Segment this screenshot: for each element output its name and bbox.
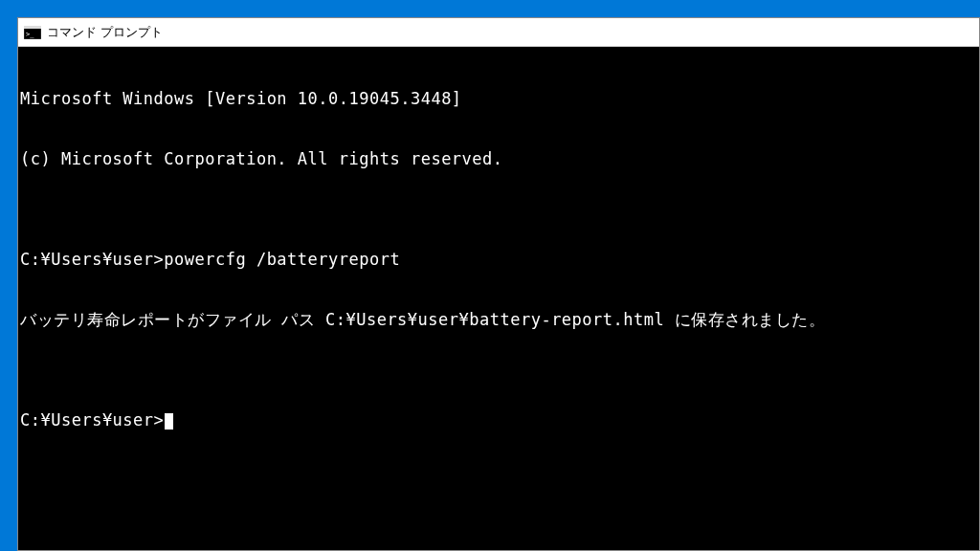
cursor bbox=[165, 413, 173, 430]
terminal-prompt: C:¥Users¥user> bbox=[20, 410, 164, 430]
titlebar[interactable]: >_ コマンド プロンプト bbox=[18, 18, 979, 47]
terminal-line: Microsoft Windows [Version 10.0.19045.34… bbox=[20, 89, 979, 109]
terminal-line: (c) Microsoft Corporation. All rights re… bbox=[20, 149, 979, 169]
window-title: コマンド プロンプト bbox=[47, 24, 163, 41]
terminal-line: C:¥Users¥user>powercfg /batteryreport bbox=[20, 250, 979, 270]
cmd-icon: >_ bbox=[24, 26, 41, 39]
terminal-prompt-line: C:¥Users¥user> bbox=[20, 410, 979, 430]
svg-rect-1 bbox=[24, 26, 41, 29]
command-prompt-window: >_ コマンド プロンプト Microsoft Windows [Version… bbox=[17, 17, 980, 551]
terminal-output[interactable]: Microsoft Windows [Version 10.0.19045.34… bbox=[18, 47, 979, 550]
terminal-line: バッテリ寿命レポートがファイル パス C:¥Users¥user¥battery… bbox=[20, 310, 979, 330]
svg-text:>_: >_ bbox=[26, 31, 34, 38]
